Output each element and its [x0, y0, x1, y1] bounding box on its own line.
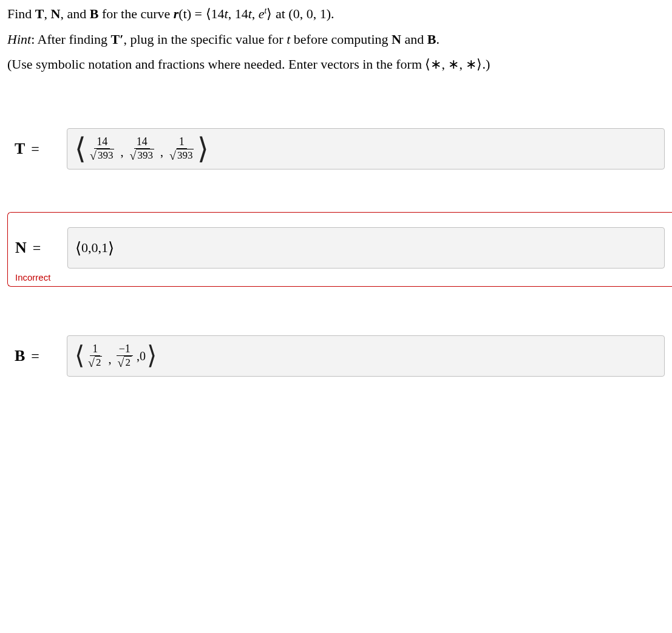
sqrt-icon: √ — [88, 357, 95, 369]
input-B[interactable]: 1 √2 , −1 √2 ,0 — [67, 335, 665, 377]
fraction: 14 √393 — [87, 136, 117, 162]
question-text: Find T, N, and B for the curve r(t) = 14… — [7, 5, 672, 74]
angle-bracket-close-icon — [108, 239, 114, 258]
angle-bracket-open-icon — [206, 6, 211, 21]
sqrt-icon: √ — [90, 149, 97, 162]
answer-block-B: B= 1 √2 , −1 √2 ,0 — [7, 335, 672, 377]
fraction: 1 √2 — [86, 343, 104, 369]
fraction: 14 √393 — [127, 136, 156, 162]
input-N[interactable]: 0,0,1 — [67, 227, 665, 269]
angle-bracket-open-icon — [75, 239, 81, 258]
answer-block-T: T= 14 √393 , 14 √393 , 1 √393 — [7, 128, 672, 169]
input-T[interactable]: 14 √393 , 14 √393 , 1 √393 — [67, 128, 665, 169]
sqrt-icon: √ — [169, 149, 176, 162]
label-N: N= — [15, 239, 67, 257]
label-T: T= — [15, 140, 67, 158]
label-B: B= — [15, 347, 67, 365]
angle-bracket-open-icon — [75, 346, 84, 366]
question-line-1: Find T, N, and B for the curve r(t) = 14… — [7, 5, 672, 23]
question-instructions: (Use symbolic notation and fractions whe… — [7, 55, 672, 74]
feedback-incorrect: Incorrect — [8, 269, 672, 282]
angle-bracket-close-icon — [197, 137, 209, 160]
question-hint: Hint: After finding T′, plug in the spec… — [7, 30, 672, 49]
angle-bracket-close-icon — [147, 346, 157, 366]
angle-bracket-open-icon — [75, 137, 86, 160]
answer-block-N: N= 0,0,1 Incorrect — [7, 212, 672, 287]
sqrt-icon: √ — [129, 149, 136, 162]
fraction: 1 √393 — [167, 136, 196, 162]
fraction: −1 √2 — [115, 343, 134, 369]
sqrt-icon: √ — [117, 357, 124, 369]
